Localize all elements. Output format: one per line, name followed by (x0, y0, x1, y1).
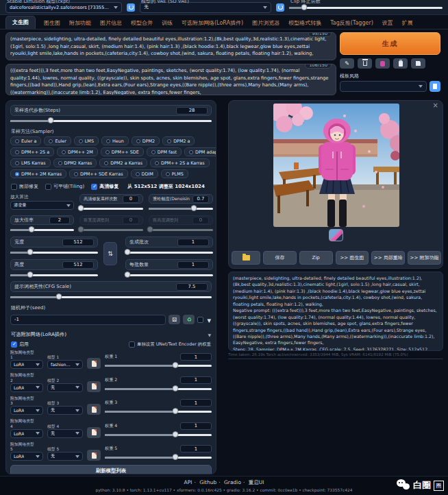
tab-txt2img[interactable]: 文生图 (5, 16, 36, 29)
batch-size-value[interactable]: 1 (177, 261, 209, 269)
height-slider[interactable] (10, 272, 98, 278)
tiling-checkbox[interactable] (45, 184, 51, 190)
upscaler-dropdown[interactable]: 潜变量 (10, 201, 74, 210)
negative-prompt-input[interactable]: 106/150 (((extra feet))),3 feet,more tha… (5, 64, 336, 95)
lora-weight-slider[interactable] (105, 386, 212, 392)
lora-weight-value[interactable]: 1 (180, 376, 212, 384)
tab-png-info[interactable]: 图片信息 (99, 17, 123, 29)
lora-file-button[interactable] (87, 450, 101, 461)
batch-count-value[interactable]: 1 (177, 239, 209, 246)
tab-extensions[interactable]: 扩展 (401, 17, 414, 29)
cfg-value[interactable]: 7.5 (176, 283, 208, 291)
read-params-button[interactable]: ✎ (340, 58, 354, 69)
send-to-img2img-button[interactable]: >> 图生图 (336, 251, 369, 265)
lora-type-dropdown[interactable]: LoRA (10, 429, 43, 438)
sampler-option[interactable]: DPM adaptive (184, 147, 216, 156)
sampler-option[interactable]: Heun (101, 136, 129, 145)
lora-enable-checkbox[interactable] (11, 341, 17, 348)
sampler-option[interactable]: DDIM (131, 169, 158, 178)
tab-extras[interactable]: 附加功能 (69, 17, 92, 29)
hires-fix-checkbox[interactable] (91, 184, 97, 190)
lora-weight-slider[interactable] (105, 409, 212, 415)
hires-steps-value[interactable]: 0 (123, 195, 139, 203)
lora-model-dropdown[interactable]: 无 (47, 383, 83, 392)
sampler-option[interactable]: DPM++ 2S a Karras (150, 158, 210, 167)
positive-prompt-input[interactable]: 95/150 (masterpiece, sidelighting, ultra… (5, 32, 336, 60)
styles-paste-button[interactable] (430, 81, 440, 92)
restore-faces-checkbox[interactable] (11, 184, 17, 190)
clear-prompt-button[interactable] (358, 58, 372, 69)
styles-dropdown[interactable] (340, 81, 427, 92)
lora-file-button[interactable] (87, 381, 101, 392)
width-value[interactable]: 512 (62, 239, 94, 246)
lora-file-button[interactable] (87, 404, 101, 415)
lora-type-dropdown[interactable]: LoRA (10, 452, 43, 461)
send-to-extras-button[interactable]: >> 附加功能 (408, 251, 441, 265)
sampler-option[interactable]: Euler (44, 136, 71, 145)
seed-extra-caret[interactable]: ▼ (207, 317, 211, 324)
save-style-button[interactable] (411, 58, 425, 69)
sampler-option[interactable]: DPM2 Karras (53, 158, 97, 167)
tab-tagger[interactable]: Tag反推(Tagger) (329, 17, 374, 29)
seed-input[interactable]: -1 (10, 315, 166, 325)
extra-seed-checkbox[interactable] (197, 317, 203, 323)
sampler-option[interactable]: DPM++ SDE Karras (69, 169, 127, 178)
lora-weight-value[interactable]: 1 (180, 422, 212, 430)
sampler-option[interactable]: LMS (74, 136, 99, 145)
tab-train[interactable]: 训练 (161, 17, 173, 29)
refresh-checkpoint-button[interactable] (127, 3, 135, 12)
apply-style-button[interactable] (393, 58, 408, 69)
sampler-option[interactable]: DPM++ 2S a (10, 147, 54, 156)
tab-image-browser[interactable]: 图片浏览器 (251, 17, 280, 29)
batch-size-slider[interactable] (125, 272, 213, 278)
upscale-by-value[interactable]: 2 (49, 217, 70, 224)
refresh-vae-button[interactable] (276, 3, 284, 12)
reuse-seed-button[interactable]: ♻ (183, 315, 195, 324)
sampler-option[interactable]: DPM++ 2M (57, 147, 98, 156)
lora-file-button[interactable] (87, 427, 101, 438)
tab-model-converter[interactable]: 模型格式转换 (288, 17, 322, 29)
lora-accordion-header[interactable]: 可选附加网络(LoRA插件) ▼ (11, 331, 211, 338)
footer-link-api[interactable]: API (184, 479, 192, 485)
lora-model-dropdown[interactable]: 无 (47, 406, 83, 415)
height-value[interactable]: 512 (62, 261, 94, 269)
tab-img2img[interactable]: 图生图 (43, 17, 61, 29)
denoising-value[interactable]: 0.7 (192, 195, 209, 203)
send-to-inpaint-button[interactable]: >> 局部重绘 (371, 251, 405, 265)
random-seed-button[interactable]: ⚄ (169, 315, 180, 324)
zip-button[interactable]: Zip (299, 251, 333, 265)
lora-type-dropdown[interactable]: LoRA (10, 383, 43, 392)
lora-weight-value[interactable]: 1 (180, 445, 212, 452)
lora-weight-slider[interactable] (105, 455, 212, 461)
upscale-by-slider[interactable] (10, 227, 74, 233)
sampler-option[interactable]: DPM++ SDE (101, 147, 144, 156)
save-button[interactable]: 保存 (263, 251, 297, 265)
sampler-option[interactable]: LMS Karras (10, 158, 51, 167)
footer-link-gradio[interactable]: Gradio (224, 479, 241, 485)
sampler-option-selected[interactable]: DPM++ 2M Karras (10, 169, 66, 178)
lora-weight-slider[interactable] (105, 432, 212, 438)
generated-image[interactable] (273, 104, 399, 227)
lora-model-dropdown[interactable]: 无 (47, 452, 83, 461)
sampler-option[interactable]: DPM2 (132, 136, 160, 145)
tab-settings[interactable]: 设置 (382, 17, 394, 29)
tab-additional-networks[interactable]: 可选附加网络(LoRA插件) (181, 17, 244, 29)
sampler-option[interactable]: DPM2 a Karras (99, 158, 147, 167)
footer-link-github[interactable]: Github (199, 479, 216, 485)
gallery-thumbnail[interactable] (329, 229, 343, 241)
refresh-models-button[interactable]: 刷新模型列表 (10, 465, 212, 474)
lora-weight-value[interactable]: 1 (180, 353, 212, 361)
swap-dimensions-button[interactable]: ⇅ (103, 242, 117, 265)
footer-link-restart[interactable]: 重启UI (249, 479, 264, 485)
lora-model-dropdown[interactable]: fashionGirl_v52 (47, 360, 83, 369)
tab-checkpoint-merger[interactable]: 模型合并 (130, 17, 153, 29)
sampler-option[interactable]: PLMS (161, 169, 188, 178)
sampler-option[interactable]: DPM fast (147, 147, 182, 156)
close-icon[interactable]: × (433, 101, 438, 109)
lora-weight-slider[interactable] (105, 363, 212, 369)
sampler-option[interactable]: Euler a (10, 136, 41, 145)
steps-value[interactable]: 28 (176, 107, 208, 114)
cfg-slider[interactable] (10, 294, 212, 300)
lora-file-button[interactable] (87, 358, 101, 369)
lora-weight-value[interactable]: 1 (180, 399, 212, 407)
